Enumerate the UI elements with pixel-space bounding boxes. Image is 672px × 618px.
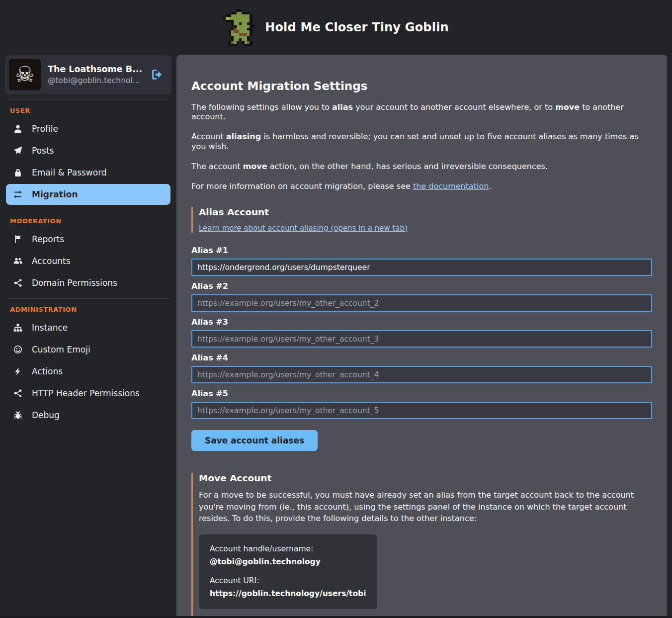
uri-value: https://goblin.technology/users/tobi — [210, 589, 366, 598]
alias-3-input[interactable] — [191, 330, 652, 348]
smiley-icon — [13, 345, 23, 354]
sidebar-item-label: Posts — [32, 146, 54, 156]
sidebar-item-email-password[interactable]: Email & Password — [6, 162, 170, 183]
save-aliases-button[interactable]: Save account aliases — [191, 430, 318, 451]
user-display-name: The Loathsome B... — [48, 64, 144, 74]
bolt-icon — [13, 367, 23, 376]
documentation-link[interactable]: the documentation — [413, 181, 489, 191]
sidebar-item-http-header-permissions[interactable]: HTTP Header Permissions — [6, 383, 170, 404]
goblin-pixel-logo — [223, 9, 255, 46]
user-handle: @tobi@goblin.technol... — [48, 76, 144, 85]
share-nodes-icon — [13, 278, 23, 287]
sidebar-item-migration[interactable]: Migration — [6, 184, 170, 205]
nav-section-user: USER — [10, 107, 167, 114]
alias-2-label: Alias #2 — [191, 281, 652, 291]
intro-paragraph-4: For more information on account migratio… — [191, 181, 652, 191]
intro-paragraph-1: The following settings allow you to alia… — [191, 102, 652, 121]
handle-label: Account handle/username: — [210, 544, 366, 553]
alias-3-label: Alias #3 — [191, 317, 652, 327]
flag-icon — [13, 235, 23, 244]
sidebar-item-label: Migration — [32, 189, 78, 199]
intro-paragraph-3: The account move action, on the other ha… — [191, 162, 652, 171]
bottom-edge — [0, 616, 672, 618]
share-nodes-icon — [13, 389, 23, 398]
lock-icon — [13, 168, 23, 177]
nav-section-administration: ADMINISTRATION — [10, 306, 167, 313]
alias-4-label: Alias #4 — [191, 353, 652, 362]
page: Hold Me Closer Tiny Goblin ☠ The Loathso… — [0, 0, 672, 618]
sidebar-item-posts[interactable]: Posts — [6, 140, 170, 161]
alias-section-heading: Alias Account — [199, 207, 652, 217]
sitemap-icon — [13, 323, 23, 332]
sidebar-item-domain-permissions[interactable]: Domain Permissions — [6, 272, 170, 293]
user-icon — [13, 124, 23, 133]
sidebar-item-label: Domain Permissions — [32, 278, 117, 288]
nav-section-moderation: MODERATION — [10, 217, 167, 225]
sidebar-item-label: Instance — [32, 323, 68, 333]
paper-plane-icon — [13, 146, 23, 155]
user-meta: The Loathsome B... @tobi@goblin.technol.… — [48, 64, 144, 85]
move-description: For a move to be successful, you must ha… — [199, 489, 652, 525]
divider — [7, 99, 169, 100]
intro-4-suffix: . — [489, 181, 491, 191]
sidebar-item-label: Custom Emoji — [32, 345, 90, 354]
skull-avatar: ☠ — [9, 59, 41, 90]
user-card: ☠ The Loathsome B... @tobi@goblin.techno… — [5, 55, 171, 94]
alias-5-field: Alias #5 — [191, 389, 652, 419]
sidebar-item-label: Actions — [32, 366, 63, 376]
alias-4-field: Alias #4 — [191, 353, 652, 383]
sidebar-item-label: Debug — [32, 410, 60, 420]
user-nav: Profile Posts Email & Password — [5, 118, 171, 205]
alias-1-field: Alias #1 — [191, 246, 652, 276]
app-title: Hold Me Closer Tiny Goblin — [265, 20, 449, 34]
administration-nav: Instance Custom Emoji Actions — [5, 317, 171, 426]
sidebar-item-reports[interactable]: Reports — [6, 229, 170, 250]
sidebar-item-instance[interactable]: Instance — [6, 317, 170, 338]
alias-2-field: Alias #2 — [191, 281, 652, 312]
sign-out-icon[interactable] — [151, 68, 164, 81]
sidebar-item-accounts[interactable]: Accounts — [6, 251, 170, 271]
transfer-arrows-icon — [13, 190, 23, 199]
settings-panel: Account Migration Settings The following… — [176, 55, 667, 618]
handle-value: @tobi@goblin.technology — [210, 557, 366, 566]
sidebar-item-label: Email & Password — [32, 168, 107, 177]
alias-2-input[interactable] — [191, 294, 652, 312]
intro-paragraph-2: Account aliasing is harmless and reversi… — [191, 132, 652, 151]
sidebar-item-label: Reports — [32, 234, 64, 244]
move-account-section: Move Account For a move to be successful… — [191, 473, 652, 618]
sidebar-item-label: Accounts — [32, 256, 71, 266]
app-header: Hold Me Closer Tiny Goblin — [0, 0, 672, 55]
bug-icon — [13, 411, 23, 420]
sidebar-item-label: HTTP Header Permissions — [32, 388, 140, 398]
alias-account-section: Alias Account Learn more about account a… — [191, 207, 652, 233]
alias-5-label: Alias #5 — [191, 389, 652, 398]
sidebar-item-label: Profile — [32, 124, 58, 134]
divider — [7, 298, 169, 299]
alias-4-input[interactable] — [191, 366, 652, 383]
account-details-box: Account handle/username: @tobi@goblin.te… — [199, 534, 377, 609]
alias-1-input[interactable] — [191, 259, 652, 276]
alias-learn-more-link[interactable]: Learn more about account aliasing (opens… — [199, 224, 408, 233]
alias-1-label: Alias #1 — [191, 246, 652, 255]
sidebar-item-profile[interactable]: Profile — [6, 118, 170, 139]
uri-label: Account URI: — [210, 576, 366, 585]
users-icon — [13, 257, 23, 265]
intro-4-prefix: For more information on account migratio… — [191, 181, 413, 191]
sidebar-item-actions[interactable]: Actions — [6, 361, 170, 382]
sidebar-item-custom-emoji[interactable]: Custom Emoji — [6, 339, 170, 360]
alias-3-field: Alias #3 — [191, 317, 652, 348]
divider — [7, 210, 169, 210]
sidebar-item-debug[interactable]: Debug — [6, 405, 170, 426]
sidebar: ☠ The Loathsome B... @tobi@goblin.techno… — [5, 55, 171, 427]
move-section-heading: Move Account — [199, 473, 652, 483]
moderation-nav: Reports Accounts Domain Permissions — [5, 229, 171, 293]
alias-5-input[interactable] — [191, 402, 652, 419]
page-title: Account Migration Settings — [191, 80, 652, 92]
